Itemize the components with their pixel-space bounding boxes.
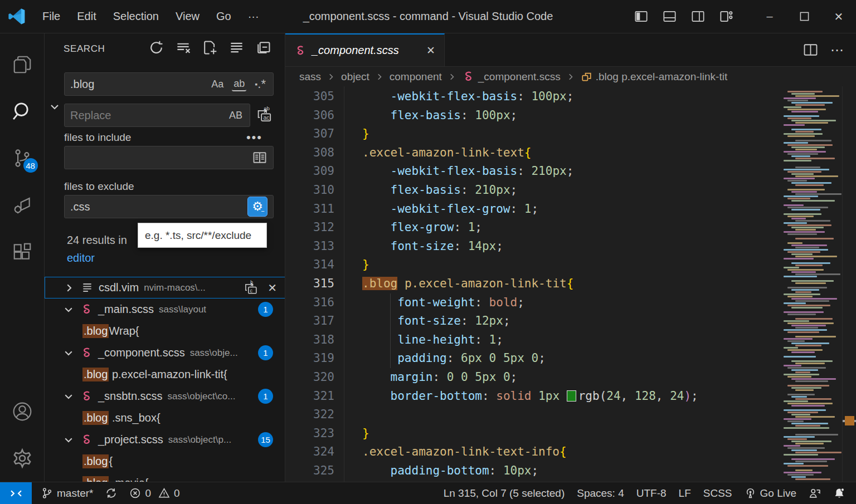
breadcrumb-item[interactable]: sass xyxy=(299,71,321,83)
files-to-exclude-input[interactable]: .css ⚙− xyxy=(64,195,274,218)
refresh-icon[interactable] xyxy=(148,39,164,56)
tab-component-scss[interactable]: _component.scss ✕ xyxy=(285,33,445,66)
menu-item-file[interactable]: File xyxy=(34,7,69,26)
cursor-position-item[interactable]: Ln 315, Col 7 (5 selected) xyxy=(437,482,571,504)
code-line[interactable]: 318 line-height: 1; xyxy=(285,331,782,350)
indentation-item[interactable]: Spaces: 4 xyxy=(571,482,630,504)
editor-more-actions-icon[interactable]: ⋯ xyxy=(830,42,845,58)
chevron-down-icon[interactable] xyxy=(61,390,76,403)
replace-all-icon[interactable]: acab xyxy=(255,106,273,124)
minimize-button[interactable]: – xyxy=(752,0,787,33)
breadcrumb-item[interactable]: _component.scss xyxy=(462,70,561,83)
maximize-button[interactable] xyxy=(787,0,821,33)
use-exclude-settings-icon[interactable]: ⚙− xyxy=(247,197,268,217)
code-line[interactable]: 321 border-bottom: solid 1px rgb(24, 128… xyxy=(285,387,782,406)
git-branch-item[interactable]: master* xyxy=(35,482,99,504)
menu-item-[interactable]: ··· xyxy=(240,7,268,26)
result-file-row[interactable]: csdl.vimnvim-macos\...cb✕ xyxy=(45,277,285,299)
breadcrumb-item[interactable]: object xyxy=(341,71,369,83)
code-line[interactable]: 319 padding: 6px 0 5px 0; xyxy=(285,349,782,368)
chevron-down-icon[interactable] xyxy=(61,434,76,446)
go-live-item[interactable]: Go Live xyxy=(738,482,802,504)
problems-item[interactable]: 0 0 xyxy=(123,482,186,504)
breadcrumb-item[interactable]: component xyxy=(390,71,442,83)
code-line[interactable]: 307} xyxy=(285,125,782,144)
search-input[interactable]: .blog Aa ab ▪.* xyxy=(64,72,274,96)
result-match-row[interactable]: .blog{ xyxy=(45,451,285,472)
whole-word-icon[interactable]: ab xyxy=(232,77,246,91)
toggle-secondary-sidebar-icon[interactable] xyxy=(691,9,705,23)
result-file-row[interactable]: _main.scsssass\layout1 xyxy=(45,299,285,320)
chevron-down-icon[interactable] xyxy=(61,347,76,359)
result-match-row[interactable]: .blog .sns_box{ xyxy=(45,407,285,429)
eol-item[interactable]: LF xyxy=(673,482,697,504)
remote-indicator[interactable] xyxy=(0,482,32,504)
language-mode-item[interactable]: SCSS xyxy=(697,482,738,504)
code-line[interactable]: 312 flex-grow: 1; xyxy=(285,218,782,237)
customize-layout-icon[interactable] xyxy=(719,9,733,23)
code-line[interactable]: 315.blog p.excel-amazon-link-tit{ xyxy=(285,275,782,293)
run-debug-icon[interactable] xyxy=(0,182,45,228)
toggle-panel-icon[interactable] xyxy=(663,9,677,23)
code-line[interactable]: 324.excel-amazon-link-text-info{ xyxy=(285,443,782,462)
source-control-icon[interactable]: 48 xyxy=(0,135,45,182)
code-area[interactable]: 305 -webkit-flex-basis: 100px;306 flex-b… xyxy=(285,86,856,482)
code-line[interactable]: 316 font-weight: bold; xyxy=(285,293,782,312)
chevron-right-icon[interactable] xyxy=(62,282,76,294)
code-line[interactable]: 306 flex-basis: 100px; xyxy=(285,106,782,125)
menu-item-go[interactable]: Go xyxy=(208,7,240,26)
toggle-replace-chevron-icon[interactable] xyxy=(48,100,61,114)
result-match-row[interactable]: .blog p.excel-amazon-link-tit{ xyxy=(45,364,285,385)
code-line[interactable]: 317 font-size: 12px; xyxy=(285,312,782,331)
code-line[interactable]: 323} xyxy=(285,424,782,443)
code-line[interactable]: 305 -webkit-flex-basis: 100px; xyxy=(285,87,782,106)
open-editors-only-icon[interactable] xyxy=(252,150,268,165)
code-line[interactable]: 308.excel-amazon-link-text{ xyxy=(285,144,782,163)
replace-all-in-file-icon[interactable]: cb xyxy=(243,280,259,296)
code-line[interactable]: 320 margin: 0 0 5px 0; xyxy=(285,368,782,387)
menu-item-selection[interactable]: Selection xyxy=(105,7,167,26)
notifications-bell-icon[interactable] xyxy=(827,482,852,504)
code-line[interactable]: 309 -webkit-flex-basis: 210px; xyxy=(285,162,782,181)
split-editor-icon[interactable] xyxy=(803,42,818,57)
feedback-icon[interactable] xyxy=(802,482,827,504)
code-line[interactable]: 314} xyxy=(285,256,782,275)
chevron-down-icon[interactable] xyxy=(61,304,76,316)
dismiss-icon[interactable]: ✕ xyxy=(268,281,277,295)
clear-results-icon[interactable] xyxy=(174,39,191,56)
overview-ruler[interactable] xyxy=(842,86,856,482)
code-line[interactable]: 311 -webkit-flex-grow: 1; xyxy=(285,200,782,219)
view-as-list-icon[interactable] xyxy=(228,39,245,56)
collapse-all-icon[interactable] xyxy=(255,39,271,56)
minimap[interactable] xyxy=(784,86,842,482)
result-match-row[interactable]: .blogWrap{ xyxy=(45,320,285,342)
result-file-row[interactable]: _snsbtn.scsssass\object\co...1 xyxy=(45,385,285,407)
result-file-row[interactable]: _component.scsssass\obje...1 xyxy=(45,342,285,364)
explorer-icon[interactable] xyxy=(0,41,45,88)
search-icon[interactable] xyxy=(0,88,45,135)
account-icon[interactable] xyxy=(0,388,45,435)
sync-changes-item[interactable] xyxy=(99,482,123,504)
breadcrumb-item[interactable]: .blog p.excel-amazon-link-tit xyxy=(581,71,728,83)
open-search-editor-icon[interactable] xyxy=(201,39,218,56)
result-match-row[interactable]: .blog .movie{ xyxy=(45,472,285,482)
preserve-case-icon[interactable]: AB xyxy=(227,109,244,122)
menu-item-edit[interactable]: Edit xyxy=(69,7,104,26)
toggle-search-details-icon[interactable]: ••• xyxy=(246,130,262,145)
settings-gear-icon[interactable] xyxy=(0,435,45,482)
encoding-item[interactable]: UTF-8 xyxy=(630,482,673,504)
code-line[interactable]: 325 padding-bottom: 10px; xyxy=(285,462,782,481)
replace-input[interactable]: Replace AB xyxy=(64,104,250,127)
match-case-icon[interactable]: Aa xyxy=(210,78,225,91)
code-line[interactable]: 313 font-size: 14px; xyxy=(285,237,782,256)
toggle-sidebar-icon[interactable] xyxy=(634,9,648,23)
regex-icon[interactable]: ▪.* xyxy=(253,76,268,92)
menu-item-view[interactable]: View xyxy=(167,7,208,26)
code-line[interactable]: 310 flex-basis: 210px; xyxy=(285,181,782,200)
open-in-editor-link[interactable]: editor xyxy=(67,252,95,265)
extensions-icon[interactable] xyxy=(0,228,45,275)
code-line[interactable]: 322 xyxy=(285,405,782,424)
result-file-row[interactable]: _project.scsssass\object\p...15 xyxy=(45,429,285,451)
files-to-include-input[interactable] xyxy=(64,146,274,169)
close-window-button[interactable]: ✕ xyxy=(821,0,856,33)
